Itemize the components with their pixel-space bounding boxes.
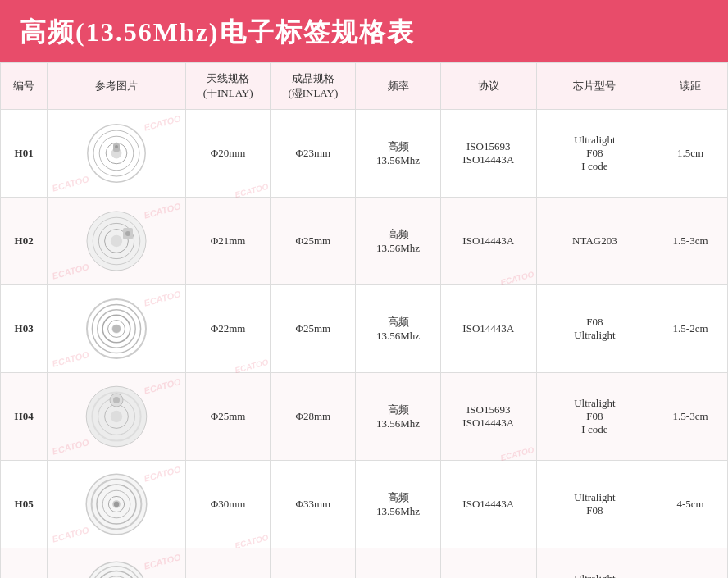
col-header-product: 成品规格(湿INLAY) [271, 63, 356, 110]
cell-image: ECATOOECATOO [48, 285, 186, 373]
cell-chip: UltralightF08 [536, 461, 653, 548]
page-title: 高频(13.56Mhz)电子标签规格表 [20, 15, 415, 51]
cell-product: Φ33mm [271, 461, 356, 548]
cell-dist: 1.5-3cm [653, 373, 728, 461]
cell-id: H01 [1, 110, 48, 198]
cell-dist: 1.5-2cm [653, 285, 728, 373]
cell-image: ECATOOECATOO [48, 110, 186, 198]
cell-protocol: ISO15693ISO14443AECATOO [440, 373, 536, 461]
cell-protocol: ISO14443A [440, 285, 536, 373]
cell-product: Φ25mm [271, 198, 356, 285]
cell-antenna: Φ21mm [185, 198, 271, 285]
cell-image: ECATOOECATOO [48, 373, 186, 461]
cell-protocol: ISO15693ISO14443A [440, 110, 536, 198]
cell-id: H02 [1, 198, 48, 285]
col-header-id: 编号 [1, 63, 48, 110]
svg-point-11 [111, 235, 122, 247]
svg-point-35 [86, 562, 147, 578]
cell-protocol: ISO14443AECATOO [440, 198, 536, 285]
cell-product: Φ25mm [271, 285, 356, 373]
cell-freq: 高频13.56Mhz [356, 373, 441, 461]
page-header: 高频(13.56Mhz)电子标签规格表 [0, 0, 728, 62]
cell-image: ECATOOECATOO [48, 461, 186, 548]
col-header-protocol: 协议 [440, 63, 536, 110]
cell-product: Φ23mm [271, 110, 356, 198]
table-row: H02 ECATOOECATOOΦ21mmΦ25mm高频13.56MhzISO1… [1, 198, 728, 285]
cell-freq: 高频13.56Mhz [356, 548, 441, 579]
cell-chip: UltralightF08I code [536, 373, 653, 461]
cell-id: H05 [1, 461, 48, 548]
svg-point-13 [125, 231, 130, 236]
cell-id: H04 [1, 373, 48, 461]
cell-product: Φ28mm [271, 373, 356, 461]
cell-chip: NTAG203 [536, 198, 653, 285]
main-table-container: 编号 参考图片 天线规格(干INLAY) 成品规格(湿INLAY) 频率 协议 … [0, 62, 728, 578]
cell-antenna: Φ33mm [185, 548, 271, 579]
col-header-chip: 芯片型号 [536, 63, 653, 110]
cell-dist: 4-5cm [653, 461, 728, 548]
svg-point-25 [111, 411, 122, 422]
svg-point-6 [115, 145, 118, 148]
table-row: H03 ECATOOECATOOΦ22mmECATOOΦ25mm高频13.56M… [1, 285, 728, 373]
cell-chip: UltralightF08I code [536, 110, 653, 198]
cell-chip: UltralightF08I code [536, 548, 653, 579]
cell-dist: 3-6cm [653, 548, 728, 579]
svg-point-27 [113, 397, 120, 403]
cell-freq: 高频13.56Mhz [356, 461, 441, 548]
table-row: H05 ECATOOECATOOΦ30mmECATOOΦ33mm高频13.56M… [1, 461, 728, 548]
table-header-row: 编号 参考图片 天线规格(干INLAY) 成品规格(湿INLAY) 频率 协议 … [1, 63, 728, 110]
cell-dist: 1.5-3cm [653, 198, 728, 285]
table-row: H01 ECATOOECATOOΦ20mmECATOOΦ23mm高频13.56M… [1, 110, 728, 198]
table-row: H04 ECATOOECATOOΦ25mmΦ28mm高频13.56MhzISO1… [1, 373, 728, 461]
svg-point-34 [114, 502, 119, 507]
cell-image: ECATOOECATOO [48, 548, 186, 579]
table-row: H06 ECATOOECATOOΦ33mmΦ40mm高频13.56MhzISO1… [1, 548, 728, 579]
cell-protocol: ISO15693ISO14443AECATOO [440, 548, 536, 579]
cell-freq: 高频13.56Mhz [356, 285, 441, 373]
col-header-freq: 频率 [356, 63, 441, 110]
svg-rect-20 [112, 325, 121, 333]
cell-id: H06 [1, 548, 48, 579]
cell-id: H03 [1, 285, 48, 373]
cell-antenna: Φ25mm [185, 373, 271, 461]
cell-freq: 高频13.56Mhz [356, 110, 441, 198]
cell-dist: 1.5cm [653, 110, 728, 198]
cell-chip: F08Ultralight [536, 285, 653, 373]
spec-table: 编号 参考图片 天线规格(干INLAY) 成品规格(湿INLAY) 频率 协议 … [0, 62, 728, 578]
col-header-antenna: 天线规格(干INLAY) [185, 63, 271, 110]
cell-freq: 高频13.56Mhz [356, 198, 441, 285]
cell-antenna: Φ22mmECATOO [185, 285, 271, 373]
col-header-img: 参考图片 [48, 63, 186, 110]
col-header-dist: 读距 [653, 63, 728, 110]
cell-product: Φ40mm [271, 548, 356, 579]
cell-antenna: Φ30mmECATOO [185, 461, 271, 548]
cell-image: ECATOOECATOO [48, 198, 186, 285]
cell-protocol: ISO14443A [440, 461, 536, 548]
cell-antenna: Φ20mmECATOO [185, 110, 271, 198]
